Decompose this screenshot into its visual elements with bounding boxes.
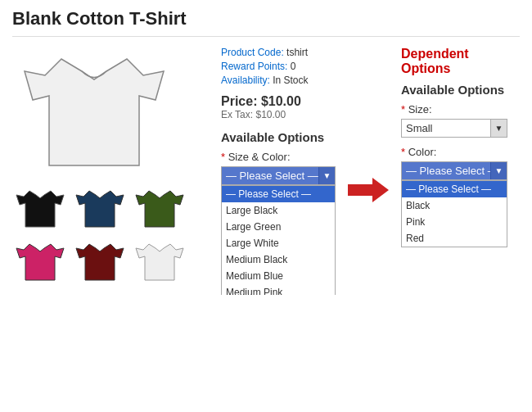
availability-value: In Stock: [273, 75, 308, 86]
product-title: Blank Cotton T-Shirt: [12, 8, 520, 37]
svg-marker-3: [136, 191, 183, 227]
right-color-label: * Color:: [401, 146, 520, 158]
right-color-group: * Color: — Please Select — ▼ — Please Se…: [401, 146, 520, 180]
thumbnail-green[interactable]: [132, 184, 187, 233]
right-color-selected: — Please Select —: [402, 162, 507, 179]
reward-label: Reward Points:: [221, 61, 287, 72]
thumbnail-pink[interactable]: [12, 238, 68, 287]
svg-marker-2: [76, 191, 124, 227]
price-display: Price: $10.00: [221, 94, 336, 109]
size-color-dropdown-wrapper: — Please Select — ▼ — Please Select — La…: [221, 166, 336, 185]
size-color-group: * Size & Color: — Please Select — ▼ — Pl…: [221, 151, 336, 185]
right-size-select-wrapper[interactable]: Small ▼: [401, 119, 507, 138]
thumbnail-navy[interactable]: [72, 184, 128, 233]
dropdown-item-medium-blue[interactable]: Medium Blue: [222, 268, 335, 284]
color-item-black[interactable]: Black: [402, 197, 507, 214]
page-container: Blank Cotton T-Shirt: [0, 0, 532, 295]
arrow-icon: [348, 178, 389, 202]
dropdown-item-please-select[interactable]: — Please Select —: [222, 186, 335, 202]
price-section: Price: $10.00 Ex Tax: $10.00: [221, 94, 336, 120]
reward-points-row: Reward Points: 0: [221, 61, 336, 72]
product-code-label: Product Code:: [221, 47, 284, 58]
right-color-dropdown-wrapper: — Please Select — ▼ — Please Select — Bl…: [401, 161, 520, 180]
product-code-row: Product Code: tshirt: [221, 47, 336, 58]
svg-marker-6: [136, 244, 183, 280]
main-content: Product Code: tshirt Reward Points: 0 Av…: [12, 47, 520, 287]
availability-label: Availability:: [221, 75, 270, 86]
svg-marker-4: [16, 244, 64, 280]
left-options-title: Available Options: [221, 130, 336, 144]
price-label: Price:: [221, 94, 257, 108]
color-item-pink[interactable]: Pink: [402, 214, 507, 230]
size-color-selected: — Please Select —: [222, 167, 335, 184]
dependent-title: Dependent Options: [401, 47, 520, 76]
thumbnail-white[interactable]: [132, 238, 187, 287]
right-color-dropdown-list[interactable]: — Please Select — Black Pink Red: [401, 180, 507, 247]
right-size-group: * Size: Small ▼: [401, 103, 520, 138]
product-image-area: [12, 47, 209, 287]
main-product-image: [12, 47, 176, 178]
ex-tax-value: $10.00: [255, 109, 286, 120]
dropdown-item-large-white[interactable]: Large White: [222, 235, 335, 251]
dropdown-item-medium-pink[interactable]: Medium Pink: [222, 284, 335, 295]
dropdown-item-large-black[interactable]: Large Black: [222, 202, 335, 219]
svg-marker-5: [76, 244, 124, 280]
ex-tax-label: Ex Tax:: [221, 109, 253, 120]
right-size-label: * Size:: [401, 103, 520, 115]
right-options-title: Available Options: [401, 83, 520, 97]
dropdown-item-medium-black[interactable]: Medium Black: [222, 251, 335, 268]
reward-value: 0: [291, 61, 296, 72]
svg-marker-0: [25, 59, 164, 165]
svg-marker-1: [16, 191, 64, 227]
size-color-label: * Size & Color:: [221, 151, 336, 163]
thumbnail-grid: [12, 184, 209, 287]
ex-tax-display: Ex Tax: $10.00: [221, 109, 336, 120]
size-color-select-wrapper[interactable]: — Please Select — ▼: [221, 166, 336, 185]
right-size-selected: Small: [402, 120, 507, 137]
color-item-red[interactable]: Red: [402, 230, 507, 247]
color-item-please-select[interactable]: — Please Select —: [402, 181, 507, 197]
dropdown-item-large-green[interactable]: Large Green: [222, 219, 335, 235]
thumbnail-darkred[interactable]: [72, 238, 128, 287]
product-code-value: tshirt: [286, 47, 308, 58]
arrow-area: [348, 47, 389, 287]
price-value: $10.00: [261, 94, 301, 108]
product-info: Product Code: tshirt Reward Points: 0 Av…: [221, 47, 336, 287]
thumbnail-black[interactable]: [12, 184, 68, 233]
left-options-section: Available Options * Size & Color: — Plea…: [221, 130, 336, 185]
size-color-dropdown-list[interactable]: — Please Select — Large Black Large Gree…: [221, 185, 336, 295]
right-color-select-wrapper[interactable]: — Please Select — ▼: [401, 161, 507, 180]
product-meta: Product Code: tshirt Reward Points: 0 Av…: [221, 47, 336, 86]
availability-row: Availability: In Stock: [221, 75, 336, 86]
right-dependent-section: Dependent Options Available Options * Si…: [401, 47, 520, 287]
svg-marker-7: [348, 178, 389, 202]
